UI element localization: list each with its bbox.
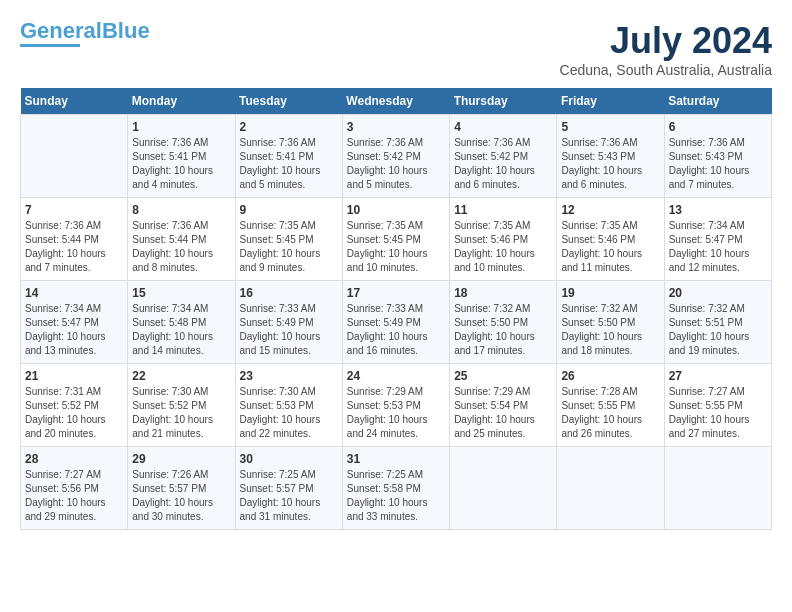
day-number: 28 bbox=[25, 452, 123, 466]
day-info: Sunrise: 7:36 AM Sunset: 5:43 PM Dayligh… bbox=[561, 136, 659, 192]
cell-week2-day3: 9Sunrise: 7:35 AM Sunset: 5:45 PM Daylig… bbox=[235, 198, 342, 281]
day-info: Sunrise: 7:27 AM Sunset: 5:55 PM Dayligh… bbox=[669, 385, 767, 441]
day-info: Sunrise: 7:35 AM Sunset: 5:45 PM Dayligh… bbox=[240, 219, 338, 275]
day-info: Sunrise: 7:30 AM Sunset: 5:52 PM Dayligh… bbox=[132, 385, 230, 441]
header-sunday: Sunday bbox=[21, 88, 128, 115]
cell-week4-day2: 22Sunrise: 7:30 AM Sunset: 5:52 PM Dayli… bbox=[128, 364, 235, 447]
day-info: Sunrise: 7:30 AM Sunset: 5:53 PM Dayligh… bbox=[240, 385, 338, 441]
day-info: Sunrise: 7:33 AM Sunset: 5:49 PM Dayligh… bbox=[347, 302, 445, 358]
day-number: 11 bbox=[454, 203, 552, 217]
week-row-1: 1Sunrise: 7:36 AM Sunset: 5:41 PM Daylig… bbox=[21, 115, 772, 198]
cell-week4-day3: 23Sunrise: 7:30 AM Sunset: 5:53 PM Dayli… bbox=[235, 364, 342, 447]
day-number: 7 bbox=[25, 203, 123, 217]
cell-week2-day2: 8Sunrise: 7:36 AM Sunset: 5:44 PM Daylig… bbox=[128, 198, 235, 281]
cell-week5-day1: 28Sunrise: 7:27 AM Sunset: 5:56 PM Dayli… bbox=[21, 447, 128, 530]
day-info: Sunrise: 7:35 AM Sunset: 5:46 PM Dayligh… bbox=[561, 219, 659, 275]
cell-week1-day1 bbox=[21, 115, 128, 198]
day-info: Sunrise: 7:28 AM Sunset: 5:55 PM Dayligh… bbox=[561, 385, 659, 441]
day-number: 27 bbox=[669, 369, 767, 383]
month-title: July 2024 bbox=[560, 20, 772, 62]
logo-text: GeneralBlue bbox=[20, 20, 150, 42]
title-section: July 2024 Ceduna, South Australia, Austr… bbox=[560, 20, 772, 78]
day-number: 15 bbox=[132, 286, 230, 300]
day-info: Sunrise: 7:34 AM Sunset: 5:47 PM Dayligh… bbox=[669, 219, 767, 275]
cell-week1-day4: 3Sunrise: 7:36 AM Sunset: 5:42 PM Daylig… bbox=[342, 115, 449, 198]
day-info: Sunrise: 7:34 AM Sunset: 5:47 PM Dayligh… bbox=[25, 302, 123, 358]
day-number: 20 bbox=[669, 286, 767, 300]
calendar-header-row: SundayMondayTuesdayWednesdayThursdayFrid… bbox=[21, 88, 772, 115]
header-wednesday: Wednesday bbox=[342, 88, 449, 115]
day-info: Sunrise: 7:36 AM Sunset: 5:41 PM Dayligh… bbox=[132, 136, 230, 192]
day-info: Sunrise: 7:25 AM Sunset: 5:58 PM Dayligh… bbox=[347, 468, 445, 524]
day-number: 30 bbox=[240, 452, 338, 466]
logo-underline bbox=[20, 44, 80, 47]
header-tuesday: Tuesday bbox=[235, 88, 342, 115]
day-number: 6 bbox=[669, 120, 767, 134]
day-number: 21 bbox=[25, 369, 123, 383]
day-info: Sunrise: 7:36 AM Sunset: 5:44 PM Dayligh… bbox=[25, 219, 123, 275]
day-info: Sunrise: 7:29 AM Sunset: 5:53 PM Dayligh… bbox=[347, 385, 445, 441]
week-row-3: 14Sunrise: 7:34 AM Sunset: 5:47 PM Dayli… bbox=[21, 281, 772, 364]
day-number: 14 bbox=[25, 286, 123, 300]
location: Ceduna, South Australia, Australia bbox=[560, 62, 772, 78]
day-number: 10 bbox=[347, 203, 445, 217]
week-row-5: 28Sunrise: 7:27 AM Sunset: 5:56 PM Dayli… bbox=[21, 447, 772, 530]
day-number: 3 bbox=[347, 120, 445, 134]
day-number: 16 bbox=[240, 286, 338, 300]
cell-week3-day4: 17Sunrise: 7:33 AM Sunset: 5:49 PM Dayli… bbox=[342, 281, 449, 364]
cell-week2-day7: 13Sunrise: 7:34 AM Sunset: 5:47 PM Dayli… bbox=[664, 198, 771, 281]
day-number: 24 bbox=[347, 369, 445, 383]
header-monday: Monday bbox=[128, 88, 235, 115]
calendar-table: SundayMondayTuesdayWednesdayThursdayFrid… bbox=[20, 88, 772, 530]
day-number: 13 bbox=[669, 203, 767, 217]
cell-week2-day1: 7Sunrise: 7:36 AM Sunset: 5:44 PM Daylig… bbox=[21, 198, 128, 281]
cell-week3-day7: 20Sunrise: 7:32 AM Sunset: 5:51 PM Dayli… bbox=[664, 281, 771, 364]
day-info: Sunrise: 7:32 AM Sunset: 5:50 PM Dayligh… bbox=[454, 302, 552, 358]
header-thursday: Thursday bbox=[450, 88, 557, 115]
cell-week2-day5: 11Sunrise: 7:35 AM Sunset: 5:46 PM Dayli… bbox=[450, 198, 557, 281]
day-number: 26 bbox=[561, 369, 659, 383]
day-info: Sunrise: 7:36 AM Sunset: 5:43 PM Dayligh… bbox=[669, 136, 767, 192]
logo-blue: Blue bbox=[102, 18, 150, 43]
cell-week4-day4: 24Sunrise: 7:29 AM Sunset: 5:53 PM Dayli… bbox=[342, 364, 449, 447]
day-info: Sunrise: 7:32 AM Sunset: 5:51 PM Dayligh… bbox=[669, 302, 767, 358]
day-number: 31 bbox=[347, 452, 445, 466]
day-info: Sunrise: 7:35 AM Sunset: 5:46 PM Dayligh… bbox=[454, 219, 552, 275]
logo-general: General bbox=[20, 18, 102, 43]
cell-week1-day6: 5Sunrise: 7:36 AM Sunset: 5:43 PM Daylig… bbox=[557, 115, 664, 198]
day-number: 9 bbox=[240, 203, 338, 217]
cell-week5-day3: 30Sunrise: 7:25 AM Sunset: 5:57 PM Dayli… bbox=[235, 447, 342, 530]
day-info: Sunrise: 7:36 AM Sunset: 5:41 PM Dayligh… bbox=[240, 136, 338, 192]
day-info: Sunrise: 7:29 AM Sunset: 5:54 PM Dayligh… bbox=[454, 385, 552, 441]
day-number: 22 bbox=[132, 369, 230, 383]
cell-week3-day6: 19Sunrise: 7:32 AM Sunset: 5:50 PM Dayli… bbox=[557, 281, 664, 364]
day-number: 25 bbox=[454, 369, 552, 383]
day-number: 19 bbox=[561, 286, 659, 300]
cell-week5-day2: 29Sunrise: 7:26 AM Sunset: 5:57 PM Dayli… bbox=[128, 447, 235, 530]
day-number: 4 bbox=[454, 120, 552, 134]
cell-week3-day5: 18Sunrise: 7:32 AM Sunset: 5:50 PM Dayli… bbox=[450, 281, 557, 364]
day-info: Sunrise: 7:35 AM Sunset: 5:45 PM Dayligh… bbox=[347, 219, 445, 275]
week-row-4: 21Sunrise: 7:31 AM Sunset: 5:52 PM Dayli… bbox=[21, 364, 772, 447]
day-number: 17 bbox=[347, 286, 445, 300]
day-number: 23 bbox=[240, 369, 338, 383]
cell-week4-day1: 21Sunrise: 7:31 AM Sunset: 5:52 PM Dayli… bbox=[21, 364, 128, 447]
day-info: Sunrise: 7:27 AM Sunset: 5:56 PM Dayligh… bbox=[25, 468, 123, 524]
day-info: Sunrise: 7:25 AM Sunset: 5:57 PM Dayligh… bbox=[240, 468, 338, 524]
cell-week5-day6 bbox=[557, 447, 664, 530]
header-saturday: Saturday bbox=[664, 88, 771, 115]
day-info: Sunrise: 7:33 AM Sunset: 5:49 PM Dayligh… bbox=[240, 302, 338, 358]
day-info: Sunrise: 7:26 AM Sunset: 5:57 PM Dayligh… bbox=[132, 468, 230, 524]
cell-week2-day6: 12Sunrise: 7:35 AM Sunset: 5:46 PM Dayli… bbox=[557, 198, 664, 281]
day-info: Sunrise: 7:36 AM Sunset: 5:42 PM Dayligh… bbox=[454, 136, 552, 192]
day-info: Sunrise: 7:36 AM Sunset: 5:44 PM Dayligh… bbox=[132, 219, 230, 275]
cell-week5-day7 bbox=[664, 447, 771, 530]
cell-week4-day7: 27Sunrise: 7:27 AM Sunset: 5:55 PM Dayli… bbox=[664, 364, 771, 447]
day-info: Sunrise: 7:34 AM Sunset: 5:48 PM Dayligh… bbox=[132, 302, 230, 358]
cell-week1-day5: 4Sunrise: 7:36 AM Sunset: 5:42 PM Daylig… bbox=[450, 115, 557, 198]
cell-week1-day7: 6Sunrise: 7:36 AM Sunset: 5:43 PM Daylig… bbox=[664, 115, 771, 198]
cell-week4-day6: 26Sunrise: 7:28 AM Sunset: 5:55 PM Dayli… bbox=[557, 364, 664, 447]
cell-week5-day5 bbox=[450, 447, 557, 530]
logo: GeneralBlue bbox=[20, 20, 150, 47]
header-friday: Friday bbox=[557, 88, 664, 115]
